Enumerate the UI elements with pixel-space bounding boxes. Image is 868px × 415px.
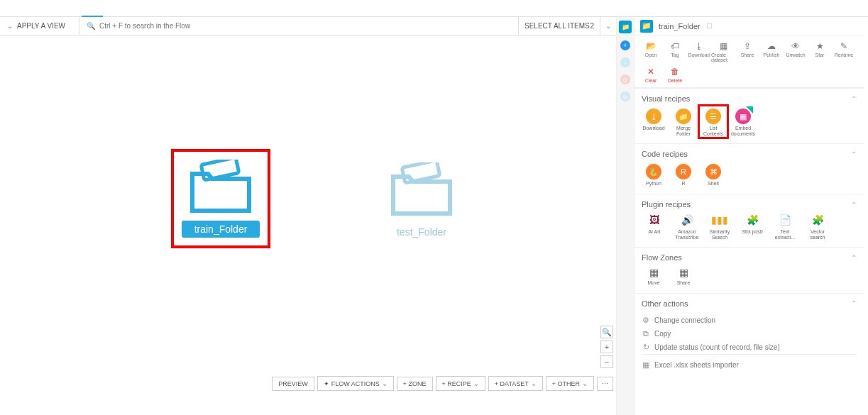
x-icon: ✕	[647, 67, 654, 77]
search-icon: 🔍	[87, 22, 95, 30]
chevron-down-icon: ⌄	[531, 380, 537, 387]
download-action[interactable]: ⭳Download	[687, 40, 711, 65]
canvas-topbar: ⌄ APPLY A VIEW 🔍 SELECT ALL ITEMS 2 ⌄	[0, 17, 616, 35]
rename-action[interactable]: ✎Rename	[832, 40, 856, 65]
other-action-excel-importer[interactable]: ▦Excel .xlsx sheets importer	[642, 358, 857, 372]
star-icon: ★	[816, 41, 824, 51]
share-action[interactable]: ⇪Share	[735, 40, 759, 65]
plugin-recipes-section: Plugin recipes ⌃ 🖼AI Art 🔊Amazon Transcr…	[634, 194, 864, 247]
code-recipe-shell[interactable]: ⌘Shell	[701, 164, 725, 187]
rail-add-tab[interactable]: +	[620, 40, 630, 50]
rename-icon: ✎	[840, 41, 847, 51]
add-other-button[interactable]: + OTHER⌄	[546, 376, 594, 391]
code-recipe-python[interactable]: 🐍Python	[642, 164, 666, 187]
visual-recipe-download[interactable]: ⭳Download	[642, 109, 666, 136]
share-icon: ⇪	[744, 41, 751, 51]
search-zoom-button[interactable]: 🔍	[600, 326, 613, 338]
rail-dot-3[interactable]: ◎	[620, 92, 630, 101]
embed-icon: ▦	[735, 109, 751, 124]
section-title: Visual recipes	[642, 94, 690, 103]
delete-action[interactable]: 🗑Delete	[663, 65, 687, 86]
section-header[interactable]: Visual recipes ⌃	[642, 94, 857, 103]
flow-actions-button[interactable]: ✦FLOW ACTIONS⌄	[317, 376, 394, 391]
add-recipe-button[interactable]: + RECIPE⌄	[436, 376, 485, 391]
puzzle-icon: 🧩	[811, 214, 825, 227]
select-all-label: SELECT ALL ITEMS	[524, 22, 590, 30]
create-dataset-action[interactable]: ▦Create dataset	[711, 40, 735, 65]
plugin-text-extract[interactable]: 📄Text extracti...	[772, 214, 798, 240]
flow-search[interactable]: 🔍	[79, 17, 519, 35]
visual-recipe-list-contents[interactable]: ☰List Contents	[701, 109, 725, 136]
section-header[interactable]: Plugin recipes ⌃	[642, 200, 857, 209]
canvas-bottom-toolbar: PREVIEW ✦FLOW ACTIONS⌄ + ZONE + RECIPE⌄ …	[272, 376, 613, 391]
code-recipe-r[interactable]: RR	[671, 164, 696, 187]
audio-icon: 🔊	[680, 214, 694, 227]
section-title: Plugin recipes	[642, 200, 691, 209]
top-strip	[0, 0, 868, 17]
preview-button[interactable]: PREVIEW	[272, 377, 314, 391]
zoom-out-button[interactable]: −	[600, 355, 613, 368]
publish-action[interactable]: ☁Publish	[759, 40, 784, 65]
other-actions-section: Other actions ⌃ ⚙Change connection ⧉Copy…	[634, 293, 864, 379]
move-icon: ▦	[649, 267, 659, 278]
clear-action[interactable]: ✕Clear	[639, 65, 663, 86]
rail-folder-tab[interactable]: 📁	[619, 21, 632, 33]
copy-icon: ⧉	[642, 329, 650, 338]
visual-recipe-merge-folder[interactable]: 📁Merge Folder	[671, 109, 696, 136]
vertical-tab-rail: 📁 + i ◎ ◎	[616, 17, 634, 415]
connection-icon: ⚙	[642, 316, 650, 325]
select-all-items-button[interactable]: SELECT ALL ITEMS 2	[519, 17, 600, 35]
flowzone-move[interactable]: ▦Move	[642, 267, 666, 285]
select-chevron-button[interactable]: ⌄	[600, 17, 616, 35]
panel-header: 📁 train_Folder ☐	[634, 17, 864, 35]
other-action-update-status[interactable]: ↻Update status (count of record, file si…	[642, 341, 857, 354]
grid-icon: ▦	[642, 360, 650, 370]
visual-recipes-section: Visual recipes ⌃ ⭳Download 📁Merge Folder…	[634, 88, 864, 143]
more-button[interactable]: ⋯	[597, 377, 613, 391]
section-title: Code recipes	[642, 150, 688, 158]
list-icon: ☰	[705, 109, 721, 124]
section-header[interactable]: Other actions ⌃	[642, 299, 857, 308]
apply-view-button[interactable]: ⌄ APPLY A VIEW	[0, 17, 79, 35]
select-count: 2	[590, 22, 594, 30]
share-icon: ▦	[679, 267, 688, 278]
other-action-copy[interactable]: ⧉Copy	[642, 327, 857, 341]
flow-item-test-folder[interactable]: test_Folder	[372, 152, 471, 251]
document-icon: 📄	[778, 214, 792, 227]
folder-icon: 📁	[640, 20, 653, 33]
code-recipes-section: Code recipes ⌃ 🐍Python RR ⌘Shell	[634, 143, 864, 194]
details-panel: 📁 train_Folder ☐ 📂Open 🏷Tag ⭳Download ▦C…	[634, 17, 864, 415]
flow-canvas[interactable]: ⌄ APPLY A VIEW 🔍 SELECT ALL ITEMS 2 ⌄ tr…	[0, 17, 616, 415]
unwatch-action[interactable]: 👁Unwatch	[784, 40, 808, 65]
section-header[interactable]: Flow Zones ⌃	[642, 253, 857, 262]
add-zone-button[interactable]: + ZONE	[397, 377, 433, 391]
zoom-controls: 🔍 + −	[600, 326, 613, 368]
flowzone-share[interactable]: ▦Share	[671, 267, 696, 285]
wand-icon: ✦	[324, 380, 329, 387]
flow-item-train-folder[interactable]: train_Folder	[171, 149, 270, 248]
plugin-stbi[interactable]: 🧩Stbl pds0	[740, 214, 765, 240]
other-action-change-connection[interactable]: ⚙Change connection	[642, 314, 857, 327]
add-dataset-button[interactable]: + DATASET⌄	[488, 376, 543, 391]
shell-icon: ⌘	[705, 164, 721, 179]
chevron-down-icon: ⌄	[382, 380, 388, 387]
publish-icon: ☁	[767, 41, 776, 51]
flow-item-label: test_Folder	[384, 223, 459, 240]
tag-action[interactable]: 🏷Tag	[663, 40, 687, 65]
plugin-amazon-transcribe[interactable]: 🔊Amazon Transcribe	[674, 214, 700, 240]
plugin-similarity-search[interactable]: ▮▮▮Similarity Search	[707, 214, 732, 240]
open-action[interactable]: 📂Open	[639, 40, 663, 65]
section-header[interactable]: Code recipes ⌃	[642, 150, 857, 158]
visual-recipe-embed-documents[interactable]: ▦Embed documents	[731, 109, 755, 136]
rail-dot-1[interactable]: i	[620, 57, 630, 67]
edit-icon[interactable]: ☐	[706, 22, 713, 30]
rail-dot-2[interactable]: ◎	[620, 74, 630, 84]
plugin-vector-search[interactable]: 🧩Vector search	[805, 214, 830, 240]
zoom-in-button[interactable]: +	[600, 341, 613, 353]
chevron-down-icon: ⌄	[7, 22, 13, 30]
chevron-down-icon: ⌄	[473, 380, 479, 387]
panel-actions: 📂Open 🏷Tag ⭳Download ▦Create dataset ⇪Sh…	[634, 35, 864, 88]
search-input[interactable]	[99, 22, 518, 30]
plugin-ai-art[interactable]: 🖼AI Art	[642, 214, 667, 240]
star-action[interactable]: ★Star	[808, 40, 832, 65]
